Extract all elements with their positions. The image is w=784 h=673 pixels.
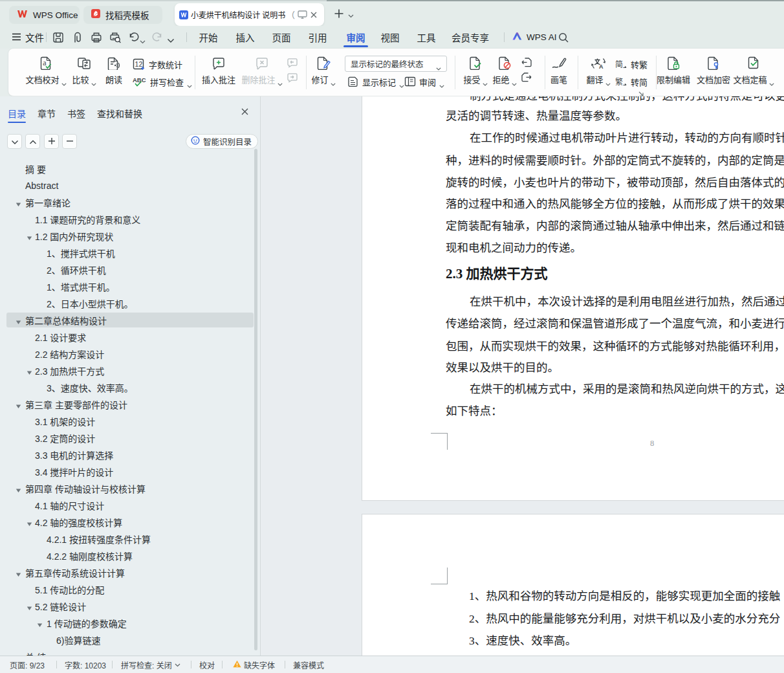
- proofread-button[interactable]: 校对: [199, 656, 215, 673]
- toc-item[interactable]: 3.2 定筒的设计: [35, 431, 95, 445]
- toc-item[interactable]: 4.2.1 按扭转强度条件计算: [47, 532, 151, 546]
- ribbon-button-显示标记[interactable]: 显示标记: [347, 74, 404, 89]
- toc-item[interactable]: 第四章 传动轴设计与校核计算: [25, 481, 146, 496]
- toc-item[interactable]: 3、速度快、效率高。: [47, 381, 133, 395]
- collapse-arrow-icon[interactable]: [27, 232, 32, 237]
- toc-item[interactable]: 3.3 电机的计算选择: [35, 448, 113, 462]
- toc-item[interactable]: 3.1 机架的设计: [35, 414, 95, 428]
- toc-item[interactable]: 5.1 传动比的分配: [35, 582, 104, 597]
- document-text-line: 3、速度快、效率高。: [469, 632, 576, 648]
- dropdown-caret-icon: [512, 77, 517, 82]
- ribbon-button-转繁[interactable]: 简 转繁: [615, 57, 648, 71]
- undo-caret-icon[interactable]: [140, 35, 146, 47]
- new-tab-button[interactable]: [330, 6, 348, 24]
- quick-access-caret-icon[interactable]: [167, 34, 175, 46]
- menu-tab-6[interactable]: 工具: [414, 26, 439, 49]
- tab-docer-template[interactable]: 找稻壳模板: [83, 6, 162, 24]
- toc-item[interactable]: 1.2 国内外研究现状: [35, 229, 113, 243]
- menu-tab-5[interactable]: 视图: [378, 26, 402, 49]
- toc-item[interactable]: 2.1 设计要求: [35, 330, 86, 344]
- collapse-arrow-icon[interactable]: [37, 619, 43, 624]
- menu-tab-1[interactable]: 插入: [233, 26, 257, 49]
- toc-item[interactable]: 第三章 主要零部件的设计: [25, 397, 127, 412]
- toc-item[interactable]: Abstract: [25, 179, 58, 193]
- search-icon[interactable]: [558, 32, 570, 44]
- document-text-line: 定筒装配有轴承，内部的滚筒通过轴从轴承中伸出来，然后通过和链: [446, 217, 784, 233]
- collapse-arrow-icon[interactable]: [16, 568, 21, 574]
- menu-tab-3[interactable]: 引用: [305, 26, 330, 49]
- word-count-indicator[interactable]: 字数: 10203: [65, 656, 106, 673]
- ribbon-button-插入批注[interactable]: 插入批注: [195, 53, 243, 92]
- collapse-arrow-icon[interactable]: [16, 198, 21, 204]
- navigation-sidebar: 目录章节书签查找和替换 智能识别目录 摘 要Abstract第一章绪论1.1 课…: [0, 96, 261, 656]
- document-page-8[interactable]: 制方式是通过电机控制方式来控制的，这种方式的特点是可以更加灵活的调节转速、热量温…: [362, 96, 784, 501]
- ribbon-button-文档定稿[interactable]: 文档定稿: [730, 53, 778, 92]
- page-indicator[interactable]: 页面: 9/23: [10, 656, 45, 673]
- toc-item[interactable]: 2.2 结构方案设计: [35, 347, 104, 361]
- tab-list-caret[interactable]: [348, 8, 358, 21]
- toc-item[interactable]: 4.2 轴的强度校核计算: [35, 515, 122, 529]
- menu-tab-4[interactable]: 审阅: [342, 26, 370, 49]
- spell-check-status[interactable]: 拼写检查: 关闭: [121, 656, 180, 673]
- toc-item[interactable]: 2、循环烘干机: [47, 263, 106, 277]
- markup-state-dropdown[interactable]: 显示标记的最终状态: [345, 56, 447, 72]
- close-tab-icon[interactable]: [310, 11, 318, 19]
- toc-item[interactable]: 第一章绪论: [25, 195, 71, 210]
- menu-tab-0[interactable]: 开始: [196, 26, 221, 49]
- save-icon[interactable]: [52, 32, 64, 43]
- toc-item[interactable]: 2.3 加热烘干方式: [35, 364, 104, 378]
- toc-item[interactable]: 1.1 课题研究的背景和意义: [35, 212, 140, 226]
- tab-document-active[interactable]: 小麦烘干机结构设计 说明书 （: [175, 3, 324, 26]
- toc-item[interactable]: 第五章传动系统设计计算: [25, 566, 125, 580]
- toc-item[interactable]: 2、日本小型烘干机。: [47, 296, 133, 311]
- toc-item[interactable]: 4.1 轴的尺寸设计: [35, 498, 104, 513]
- prev-change-icon: [521, 57, 532, 68]
- print-icon[interactable]: [91, 32, 102, 43]
- toc-item[interactable]: 1、塔式烘干机。: [47, 280, 115, 294]
- ribbon-button-previous-comment[interactable]: [285, 56, 299, 69]
- menu-tab-2[interactable]: 页面: [269, 26, 294, 49]
- collapse-arrow-icon[interactable]: [27, 366, 32, 372]
- collapse-arrow-icon[interactable]: [27, 518, 32, 524]
- group-expand-arrow-icon[interactable]: [638, 88, 644, 94]
- ribbon-button-拼写检查[interactable]: ABC 拼写检查: [133, 74, 192, 89]
- ribbon-button-next-comment[interactable]: [285, 71, 299, 83]
- undo-icon[interactable]: [128, 32, 140, 43]
- dropdown-caret-icon: [436, 61, 441, 67]
- dropdown-caret-icon: [331, 77, 336, 82]
- toc-item[interactable]: 1、搅拌式烘干机: [47, 246, 115, 260]
- wps-ai-button[interactable]: WPS AI: [512, 26, 557, 49]
- toc-item[interactable]: 6)验算链速: [56, 633, 100, 647]
- toc-item[interactable]: 总 结: [25, 650, 46, 656]
- document-page-9[interactable]: 1、热风和谷物的转动方向是相反的，能够实现更加全面的接触2、热风中的能量能够充分…: [362, 514, 784, 656]
- export-pdf-icon[interactable]: [72, 32, 83, 43]
- ribbon-button-朗读[interactable]: 朗读: [90, 53, 138, 92]
- ribbon-button-审阅[interactable]: 审阅: [404, 74, 444, 89]
- toc-item[interactable]: 3.4 搅拌叶片的设计: [35, 465, 113, 479]
- print-preview-icon[interactable]: [109, 32, 121, 43]
- toc-item[interactable]: 第二章总体结构设计: [25, 313, 107, 327]
- sidebar-scrollbar[interactable]: [254, 149, 257, 650]
- tab-wps-office[interactable]: WPS Office: [9, 6, 80, 24]
- document-text-line: 如下特点：: [446, 402, 503, 418]
- ribbon-button-修订[interactable]: 修订: [299, 53, 347, 92]
- collapse-arrow-icon[interactable]: [16, 484, 21, 490]
- toc-item[interactable]: 摘 要: [25, 162, 46, 176]
- collapse-arrow-icon[interactable]: [16, 400, 21, 406]
- ribbon-button-字数统计[interactable]: 12 字数统计: [133, 57, 182, 71]
- document-text-line: 2.3 加热烘干方式: [446, 263, 548, 282]
- toc-item[interactable]: 1 传动链的参数确定: [47, 616, 127, 630]
- toc-item[interactable]: 5.2 链轮设计: [35, 599, 86, 613]
- ribbon-button-previous-change[interactable]: [519, 56, 534, 69]
- collapse-arrow-icon[interactable]: [16, 316, 21, 322]
- ribbon-button-删除批注[interactable]: 删除批注: [238, 53, 286, 92]
- toc-item[interactable]: 4.2.2 轴刚度校核计算: [47, 549, 133, 563]
- collapse-arrow-icon[interactable]: [27, 602, 32, 608]
- file-menu-button[interactable]: 文件: [12, 26, 44, 49]
- ribbon-button-转简[interactable]: 繁 转简: [615, 74, 648, 89]
- ribbon-button-next-change[interactable]: [519, 71, 534, 83]
- compatibility-mode-indicator[interactable]: 兼容模式: [293, 656, 324, 673]
- missing-font-warning[interactable]: 缺失字体: [233, 656, 275, 673]
- margin-mark: [431, 433, 448, 434]
- menu-tab-7[interactable]: 会员专享: [450, 26, 490, 49]
